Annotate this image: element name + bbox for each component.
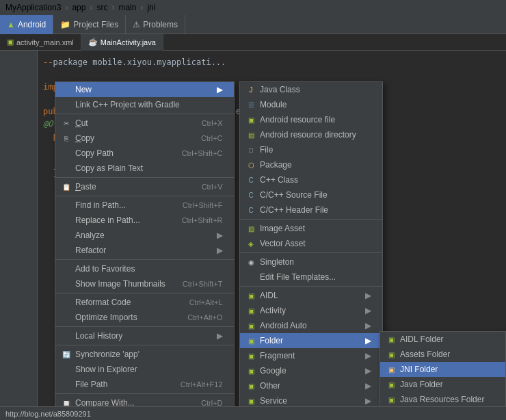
sep-new-3 [240,286,382,287]
menu-item-jni-folder[interactable]: ▣ JNI Folder [380,362,505,377]
refactor-icon [61,245,72,256]
tab-project-files[interactable]: 📁 Project Files [53,15,126,34]
java-folder-icon: ▣ [386,379,397,390]
image-asset-icon: ▨ [245,223,256,234]
copy-icon: ⎘ [61,133,72,144]
sep3 [55,196,234,196]
android-res-dir-icon: ▤ [245,129,256,140]
fragment-icon: ▣ [245,350,256,361]
menu-item-cpp-source[interactable]: C C/C++ Source File [240,187,382,202]
android-tab-icon: ▲ [7,20,15,29]
sep-new-1 [240,219,382,220]
other-arrow: ▶ [365,381,371,391]
link-cpp-icon [61,99,72,110]
sep2 [55,177,234,178]
menu-item-copy-path[interactable]: Copy Path Ctrl+Shift+C [55,146,234,161]
optimize-icon [61,312,72,323]
aidl-folder-icon: ▣ [386,334,397,345]
menu-item-package[interactable]: ⬡ Package [240,157,382,172]
service-icon: ▣ [245,395,256,406]
problems-label: Problems [143,20,178,29]
menu-item-replace-path[interactable]: Replace in Path... Ctrl+Shift+R [55,213,234,228]
menu-item-cpp-header[interactable]: C C/C++ Header File [240,202,382,218]
menu-item-singleton[interactable]: ◉ Singleton [240,254,382,270]
menu-item-java-folder[interactable]: ▣ Java Folder [380,377,505,392]
menu-item-aidl[interactable]: ▣ AIDL ▶ [240,288,382,303]
main-area: --package mobile.xiyou.myapplicati... im… [0,51,506,420]
menu-item-android-resource-dir[interactable]: ▤ Android resource directory [240,127,382,142]
find-icon [61,200,72,211]
copy-path-icon [61,148,72,159]
explorer-icon [61,364,72,375]
paste-icon: 📋 [61,181,72,192]
menu-item-link-cpp[interactable]: Link C++ Project with Gradle [55,97,234,112]
menu-item-file[interactable]: □ File [240,142,382,157]
menu-item-new[interactable]: New ▶ [55,82,234,97]
menu-item-aidl-folder[interactable]: ▣ AIDL Folder [380,332,505,347]
favorites-icon [61,263,72,274]
vector-asset-icon: ◈ [245,238,256,249]
code-line-package: --package mobile.xiyou.myapplicati... [43,56,501,68]
menu-item-add-favorites[interactable]: Add to Favorites [55,261,234,276]
tab-problems[interactable]: ⚠ Problems [126,15,185,34]
menu-item-android-auto[interactable]: ▣ Android Auto ▶ [240,318,382,333]
menu-item-show-explorer[interactable]: Show in Explorer [55,362,234,377]
project-files-icon: 📁 [60,20,70,29]
left-panel [0,51,38,420]
android-res-file-icon: ▣ [245,114,256,125]
aidl-icon: ▣ [245,290,256,301]
menu-item-local-history[interactable]: Local History ▶ [55,328,234,343]
menu-item-cut[interactable]: ✂ Cut Ctrl+X [55,116,234,131]
menu-item-synchronize[interactable]: 🔄 Synchronize 'app' [55,347,234,362]
java-class-icon: J [245,84,256,95]
assets-folder-icon: ▣ [386,349,397,360]
menu-item-android-resource-file[interactable]: ▣ Android resource file [240,112,382,127]
problems-icon: ⚠ [133,20,140,29]
tab-android[interactable]: ▲ Android [0,15,53,34]
sep-new-2 [240,252,382,253]
menu-item-file-path[interactable]: File Path Ctrl+Alt+F12 [55,377,234,392]
menu-item-other[interactable]: ▣ Other ▶ [240,378,382,393]
activity-icon: ▣ [245,305,256,316]
menu-item-copy-plain[interactable]: Copy as Plain Text [55,161,234,176]
menu-item-vector-asset[interactable]: ◈ Vector Asset [240,236,382,251]
analyze-icon [61,230,72,241]
menu-item-reformat[interactable]: Reformat Code Ctrl+Alt+L [55,295,234,310]
menu-item-activity[interactable]: ▣ Activity ▶ [240,303,382,318]
tab-main-activity[interactable]: ☕ MainActivity.java [81,34,163,51]
menu-item-java-resources-folder[interactable]: ▣ Java Resources Folder [380,392,505,407]
folder-arrow: ▶ [365,336,371,345]
sync-icon: 🔄 [61,349,72,360]
activity-main-icon: ▣ [7,38,14,47]
menu-item-fragment[interactable]: ▣ Fragment ▶ [240,348,382,363]
activity-main-label: activity_main.xml [16,38,74,47]
menu-item-refactor[interactable]: Refactor ▶ [55,243,234,258]
menu-item-java-class[interactable]: J Java Class [240,82,382,97]
menu-item-find-path[interactable]: Find in Path... Ctrl+Shift+F [55,198,234,213]
title-module: app [72,3,85,12]
tab-bar: ▲ Android 📁 Project Files ⚠ Problems [0,15,506,34]
menu-item-module[interactable]: ☰ Module [240,97,382,112]
context-menu-new: J Java Class ☰ Module ▣ Android resource… [239,81,383,420]
menu-item-assets-folder[interactable]: ▣ Assets Folder [380,347,505,362]
tab-activity-main[interactable]: ▣ activity_main.xml [0,34,81,51]
menu-item-google[interactable]: ▣ Google ▶ [240,363,382,378]
java-resources-folder-icon: ▣ [386,394,397,405]
sep8 [55,393,234,394]
menu-item-folder[interactable]: ▣ Folder ▶ [240,333,382,348]
menu-item-edit-templates[interactable]: Edit File Templates... [240,270,382,285]
thumbnails-icon [61,278,72,289]
google-arrow: ▶ [365,366,371,376]
fragment-arrow: ▶ [365,351,371,360]
menu-item-paste[interactable]: 📋 Paste Ctrl+V [55,179,234,194]
filepath-icon [61,379,72,390]
menu-item-copy[interactable]: ⎘ Copy Ctrl+C [55,131,234,146]
aidl-arrow: ▶ [365,291,371,300]
module-icon: ☰ [245,99,256,110]
menu-item-optimize[interactable]: Optimize Imports Ctrl+Alt+O [55,310,234,325]
menu-item-image-asset[interactable]: ▨ Image Asset [240,221,382,236]
menu-item-analyze[interactable]: Analyze ▶ [55,228,234,243]
menu-item-cpp-class[interactable]: C C++ Class [240,172,382,187]
android-tab-label: Android [18,20,46,29]
menu-item-show-thumbnails[interactable]: Show Image Thumbnails Ctrl+Shift+T [55,276,234,291]
